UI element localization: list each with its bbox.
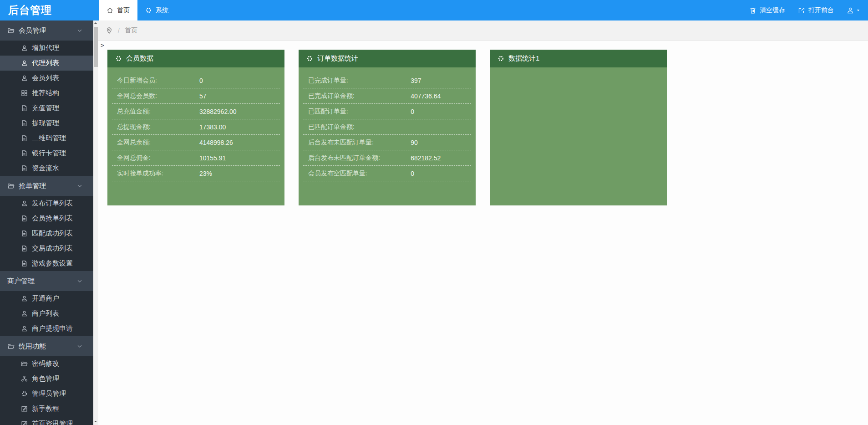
sidebar-item-label: 发布订单列表 [32,199,73,208]
stat-row: 总提现金额:17383.00 [112,119,280,135]
folder-icon [7,343,15,350]
sidebar-item-银行卡管理[interactable]: 银行卡管理 [0,146,93,161]
sidebar-section-商户管理[interactable]: 商户管理 [0,271,93,291]
panel-会员数据: 会员数据今日新增会员:0全网总会员数:57总充值金额:32882962.00总提… [107,50,284,205]
stat-row: 实时接单成功率:23% [112,166,280,181]
sidebar-item-代理列表[interactable]: 代理列表 [0,56,93,71]
stat-row: 全网总余额:4148998.26 [112,135,280,150]
panel-header: 会员数据 [107,50,284,67]
sidebar-item-密码修改[interactable]: 密码修改 [0,356,93,371]
scrollbar-thumb[interactable] [94,27,98,67]
user-icon [21,45,28,51]
stat-panels: 会员数据今日新增会员:0全网总会员数:57总充值金额:32882962.00总提… [98,50,868,205]
sidebar-item-充值管理[interactable]: 充值管理 [0,101,93,116]
section-label: 统用功能 [19,342,46,351]
file-icon [21,245,28,252]
sidebar-item-会员列表[interactable]: 会员列表 [0,71,93,86]
tab-系统[interactable]: 系统 [137,0,176,20]
stat-label: 总提现金额: [112,123,199,131]
scrollbar-down-arrow-icon[interactable] [93,419,98,425]
scrollbar-up-arrow-icon[interactable] [93,21,98,26]
stat-label: 全网总余额: [112,138,199,147]
folder-icon [7,182,15,189]
file-icon [21,260,28,267]
action-清空缓存[interactable]: 清空缓存 [749,6,785,15]
sidebar-section-抢单管理[interactable]: 抢单管理 [0,176,93,196]
main-area: / 首页 > 会员数据今日新增会员:0全网总会员数:57总充值金额:328829… [98,20,868,425]
stat-row: 总充值金额:32882962.00 [112,104,280,119]
sidebar-item-label: 交易成功列表 [32,244,73,253]
sidebar-item-开通商户[interactable]: 开通商户 [0,291,93,306]
stat-row: 后台发布未匹配订单量:90 [303,135,471,150]
stat-value: 0 [411,108,414,115]
sidebar-item-商户提现申请[interactable]: 商户提现申请 [0,321,93,336]
sidebar-item-二维码管理[interactable]: 二维码管理 [0,131,93,146]
sidebar-item-交易成功列表[interactable]: 交易成功列表 [0,241,93,256]
sidebar-section-统用功能[interactable]: 统用功能 [0,336,93,356]
action-label: 打开前台 [808,6,834,15]
person-icon [847,7,854,14]
sidebar-item-label: 会员抢单列表 [32,214,73,223]
panel-title: 订单数据统计 [317,54,358,63]
panel-title: 会员数据 [126,54,153,63]
stat-value: 10155.91 [199,154,226,162]
user-icon [21,200,28,207]
edit-icon [21,420,28,425]
stat-row: 今日新增会员:0 [112,73,280,88]
stat-row: 全网总会员数:57 [112,88,280,104]
panel-header: 订单数据统计 [299,50,476,67]
gear-icon [306,55,313,62]
sidebar-item-会员抢单列表[interactable]: 会员抢单列表 [0,211,93,226]
stat-value: 407736.64 [411,92,441,100]
stat-row: 已匹配订单金额: [303,119,471,135]
stat-value: 32882962.00 [199,108,237,115]
gear-icon [497,55,504,62]
stat-row: 全网总佣金:10155.91 [112,150,280,166]
stat-label: 已匹配订单量: [303,108,411,116]
content-marker: > [101,42,104,49]
breadcrumb-current[interactable]: 首页 [125,26,137,35]
tab-label: 首页 [117,6,130,15]
app-logo: 后台管理 [0,0,93,20]
sidebar-item-提现管理[interactable]: 提现管理 [0,116,93,131]
stat-value: 90 [411,139,418,146]
sidebar-item-label: 增加代理 [32,44,59,52]
gear-icon [115,55,122,62]
sidebar-item-label: 游戏参数设置 [32,259,73,268]
sidebar-item-匹配成功列表[interactable]: 匹配成功列表 [0,226,93,241]
header-actions: 清空缓存打开前台 [749,0,868,20]
file-icon [21,215,28,222]
sidebar-item-label: 银行卡管理 [32,149,66,158]
chevron-down-icon [76,27,83,34]
user-icon [21,325,28,332]
sidebar-section-会员管理[interactable]: 会员管理 [0,20,93,41]
file-icon [21,165,28,172]
sidebar-item-管理员管理[interactable]: 管理员管理 [0,386,93,401]
chevron-down-icon [76,278,83,284]
stat-row: 后台发布未匹配订单金额:682182.52 [303,150,471,166]
sidebar-item-新手教程[interactable]: 新手教程 [0,401,93,416]
gear-icon [21,390,28,397]
sidebar-item-发布订单列表[interactable]: 发布订单列表 [0,196,93,211]
tab-label: 系统 [156,6,168,15]
sidebar-item-label: 二维码管理 [32,134,66,143]
sidebar-item-首页资讯管理[interactable]: 首页资讯管理 [0,416,93,425]
user-icon [21,60,28,67]
external-link-icon [798,7,805,14]
user-menu[interactable] [847,7,861,14]
action-打开前台[interactable]: 打开前台 [798,6,834,15]
stat-label: 后台发布未匹配订单量: [303,138,411,147]
stat-value: 682182.52 [411,154,441,162]
sidebar-item-推荐结构[interactable]: 推荐结构 [0,86,93,101]
sidebar-item-游戏参数设置[interactable]: 游戏参数设置 [0,256,93,271]
sidebar-item-角色管理[interactable]: 角色管理 [0,371,93,386]
panel-body [490,67,667,205]
panel-header: 数据统计1 [490,50,667,67]
sidebar-item-商户列表[interactable]: 商户列表 [0,306,93,321]
sidebar-item-增加代理[interactable]: 增加代理 [0,41,93,56]
sidebar-item-资金流水[interactable]: 资金流水 [0,161,93,176]
sidebar-item-label: 商户提现申请 [32,324,73,333]
user-icon [21,295,28,302]
tab-首页[interactable]: 首页 [99,0,137,20]
sidebar-scrollbar[interactable] [93,20,98,425]
